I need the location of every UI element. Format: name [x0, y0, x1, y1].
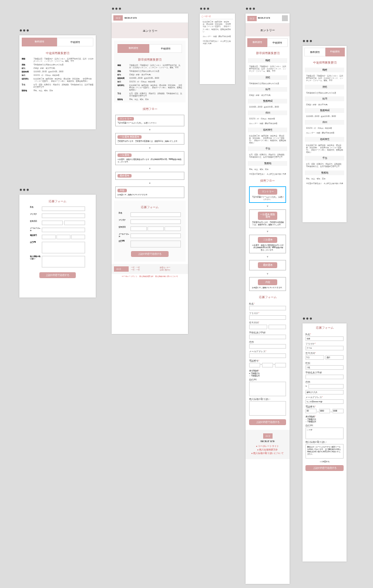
form-title: 応募フォーム: [22, 197, 93, 205]
dots: ●●●: [200, 6, 210, 11]
tab-new[interactable]: 新卒採用: [22, 38, 57, 46]
hamburger-icon[interactable]: [282, 15, 288, 21]
f1: 新卒採用中途採用 中途採用募集要項 職種不動産企画・不動産仲介・賃貸ビジネス、賃…: [19, 35, 96, 129]
agree-check[interactable]: ○に同意する: [307, 460, 342, 463]
in-name[interactable]: [42, 206, 85, 211]
dots: ●●●: [303, 316, 313, 321]
dots: ●●●: [246, 6, 256, 11]
footer-privacy[interactable]: ♠ 個人情報保護方針: [249, 449, 286, 451]
f6: 新卒採用中途採用 中途採用募集要項 職種不動産企画・不動産仲介・賃貸ビジネス、賃…: [303, 46, 347, 222]
radio-2[interactable]: ○ 不動産賃貸: [305, 420, 344, 423]
f5: ロゴRECRUIT SITE エントリー 新卒採用中途採用 新卒採用募集要項 職…: [246, 14, 290, 584]
f4: ◯ 一覧一覧 社会保険完備（健康保険・厚生年金・雇用保険・労災保険）、交通費支給…: [200, 14, 235, 84]
ta-pr[interactable]: [42, 242, 85, 253]
tab-mid[interactable]: 中途採用: [57, 38, 93, 46]
dots: ●●●: [303, 38, 313, 44]
f2: 応募フォーム 氏名 フリガナ 生年月日 メールアドレス 電話番号 自己PR 個人…: [19, 195, 96, 298]
footer-pii[interactable]: ♠ 個人情報の取り扱いについて: [249, 452, 286, 455]
f7: 応募フォーム 氏名*名前 フリガナ*ナマエ 生年月日*1月選択 性別男性 学校名…: [303, 323, 347, 562]
dots: ●●●: [19, 28, 30, 33]
footer-corp[interactable]: ♠ コーポレートサイト: [249, 445, 286, 447]
banner: エントリー: [112, 23, 188, 38]
submit[interactable]: 上記の内容で送信する: [39, 272, 76, 278]
dots: ●●●: [112, 6, 122, 11]
f3: ロゴRECRUIT SITE エントリー 新卒採用中途採用 新卒採用募集要項 職…: [112, 14, 188, 334]
dots: ●●●: [19, 187, 30, 192]
logo[interactable]: ロゴ: [113, 15, 123, 21]
flow-entry[interactable]: エントリー下記の応募フォームより入力し、お送りください。: [249, 186, 286, 203]
req-title: 中途採用募集要項: [19, 49, 96, 57]
in-kana[interactable]: [42, 213, 85, 218]
